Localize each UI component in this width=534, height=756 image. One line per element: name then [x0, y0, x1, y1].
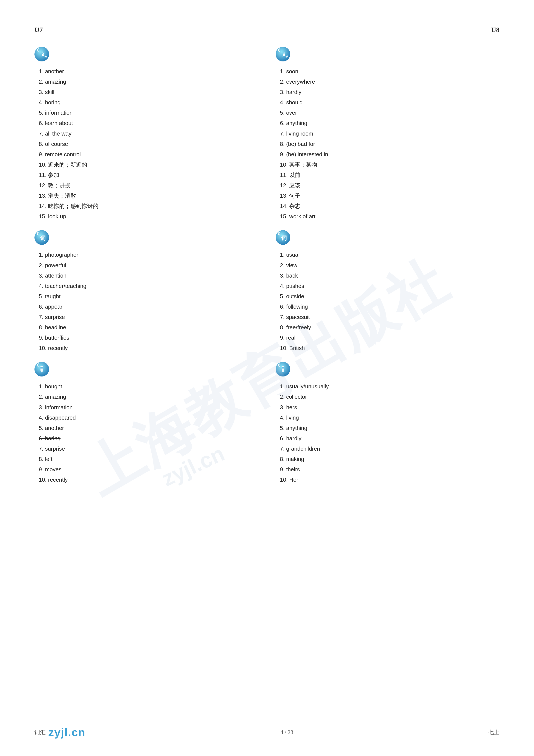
list-item: 2. everywhere: [280, 76, 499, 87]
list-item: 8. of course: [39, 139, 258, 149]
u8-write-icon-container: [276, 362, 499, 378]
list-item: 4. boring: [39, 97, 258, 108]
list-item: 9. real: [280, 333, 499, 343]
u7-wen-a-list: 1. another 2. amazing 3. skill 4. boring…: [35, 66, 258, 222]
list-item: 12. 应该: [280, 180, 499, 191]
footer-logo: zyjl.cn: [48, 726, 86, 739]
list-item: 5. information: [39, 108, 258, 118]
list-item: 8. (be) bad for: [280, 139, 499, 149]
list-item: 4. pushes: [280, 281, 499, 291]
list-item: 14. 吃惊的；感到惊讶的: [39, 201, 258, 211]
list-item: 8. free/freely: [280, 322, 499, 333]
u8-ci-list: 1. usual 2. view 3. back 4. pushes 5. ou…: [276, 250, 499, 353]
page-footer: 词汇 zyjl.cn 4 / 28 七上: [0, 726, 534, 739]
u8-wen-a-icon: 文 A: [276, 47, 290, 62]
columns-wrapper: 文 A 1. another 2. amazing 3. skill 4. bo…: [35, 47, 499, 494]
list-item: 4. teacher/teaching: [39, 281, 258, 291]
list-item: 13. 消失；消散: [39, 191, 258, 201]
list-item: 8. left: [39, 454, 258, 464]
list-item: 15. look up: [39, 211, 258, 222]
list-item: 1. bought: [39, 381, 258, 392]
list-item: 1. another: [39, 66, 258, 76]
u7-ci-section: 词 1. photographer 2. powerful 3. attenti…: [35, 230, 258, 353]
list-item: 15. work of art: [280, 211, 499, 222]
footer-label: 词汇: [35, 729, 46, 736]
u7-ci-icon: 词: [35, 230, 49, 245]
list-item: 5. anything: [280, 423, 499, 433]
list-item: 3. skill: [39, 87, 258, 97]
list-item: 1. soon: [280, 66, 499, 76]
u7-ci-list: 1. photographer 2. powerful 3. attention…: [35, 250, 258, 353]
list-item: 6. hardly: [280, 433, 499, 444]
svg-rect-17: [282, 366, 284, 371]
u8-column: 文 A 1. soon 2. everywhere 3. hardly 4. s…: [276, 47, 499, 494]
list-item: 10. 近来的；新近的: [39, 159, 258, 170]
list-item: 2. powerful: [39, 260, 258, 270]
u7-write-section: 1. bought 2. amazing 3. information 4. d…: [35, 362, 258, 485]
list-item: 5. taught: [39, 291, 258, 302]
list-item strikethrough-item: 7. surprise: [39, 444, 258, 454]
list-item: 12. 教；讲授: [39, 180, 258, 191]
page-header: U7 U8: [35, 26, 499, 34]
list-item: 5. another: [39, 423, 258, 433]
u8-write-list: 1. usually/unusually 2. collector 3. her…: [276, 381, 499, 485]
list-item: 9. theirs: [280, 464, 499, 474]
list-item: 7. spacesuit: [280, 312, 499, 322]
list-item: 4. disappeared: [39, 413, 258, 423]
list-item: 10. 某事；某物: [280, 159, 499, 170]
list-item: 9. (be) interested in: [280, 149, 499, 159]
unit-label-u8: U8: [491, 26, 499, 34]
list-item: 7. surprise: [39, 312, 258, 322]
list-item: 6. learn about: [39, 118, 258, 128]
list-item: 9. moves: [39, 464, 258, 474]
list-item: 7. grandchildren: [280, 444, 499, 454]
u8-ci-section: 词 1. usual 2. view 3. back 4. pushes 5. …: [276, 230, 499, 353]
u7-ci-icon-container: 词: [35, 230, 258, 246]
u7-column: 文 A 1. another 2. amazing 3. skill 4. bo…: [35, 47, 258, 494]
svg-text:A: A: [45, 55, 47, 58]
list-item: 5. over: [280, 108, 499, 118]
list-item: 7. living room: [280, 128, 499, 139]
list-item: 1. photographer: [39, 250, 258, 260]
u7-write-icon-container: [35, 362, 258, 378]
unit-label-u7: U7: [35, 26, 43, 34]
u8-wen-a-icon-container: 文 A: [276, 47, 499, 63]
list-item: 13. 句子: [280, 191, 499, 201]
list-item: 2. amazing: [39, 76, 258, 87]
list-item: 10. Her: [280, 474, 499, 485]
u8-wen-a-section: 文 A 1. soon 2. everywhere 3. hardly 4. s…: [276, 47, 499, 222]
u8-write-section: 1. usually/unusually 2. collector 3. her…: [276, 362, 499, 485]
list-item: 1. usually/unusually: [280, 381, 499, 392]
list-item: 3. hers: [280, 402, 499, 413]
list-item: 5. outside: [280, 291, 499, 302]
list-item: 9. remote control: [39, 149, 258, 159]
u7-write-list: 1. bought 2. amazing 3. information 4. d…: [35, 381, 258, 485]
list-item: 11. 参加: [39, 170, 258, 180]
list-item: 8. making: [280, 454, 499, 464]
u7-write-icon: [35, 362, 49, 376]
u7-wen-a-icon-container: 文 A: [35, 47, 258, 63]
list-item: 2. collector: [280, 392, 499, 402]
list-item: 1. usual: [280, 250, 499, 260]
list-item: 9. butterflies: [39, 333, 258, 343]
list-item: 4. should: [280, 97, 499, 108]
u7-wen-a-section: 文 A 1. another 2. amazing 3. skill 4. bo…: [35, 47, 258, 222]
u8-write-icon: [276, 362, 290, 376]
svg-text:词: 词: [281, 235, 287, 241]
list-item strikethrough-item: 6. boring: [39, 433, 258, 444]
svg-rect-6: [40, 366, 43, 371]
list-item: 14. 杂志: [280, 201, 499, 211]
list-item: 8. headline: [39, 322, 258, 333]
list-item: 3. information: [39, 402, 258, 413]
footer-page-number: 4 / 28: [281, 729, 293, 736]
footer-left: 词汇 zyjl.cn: [35, 726, 86, 739]
list-item: 6. anything: [280, 118, 499, 128]
u8-ci-icon: 词: [276, 230, 290, 245]
u7-wen-a-icon: 文 A: [35, 47, 49, 62]
list-item: 10. recently: [39, 474, 258, 485]
svg-text:A: A: [286, 55, 288, 58]
list-item: 4. living: [280, 413, 499, 423]
svg-text:词: 词: [40, 235, 46, 241]
list-item: 11. 以前: [280, 170, 499, 180]
list-item: 6. appear: [39, 302, 258, 312]
